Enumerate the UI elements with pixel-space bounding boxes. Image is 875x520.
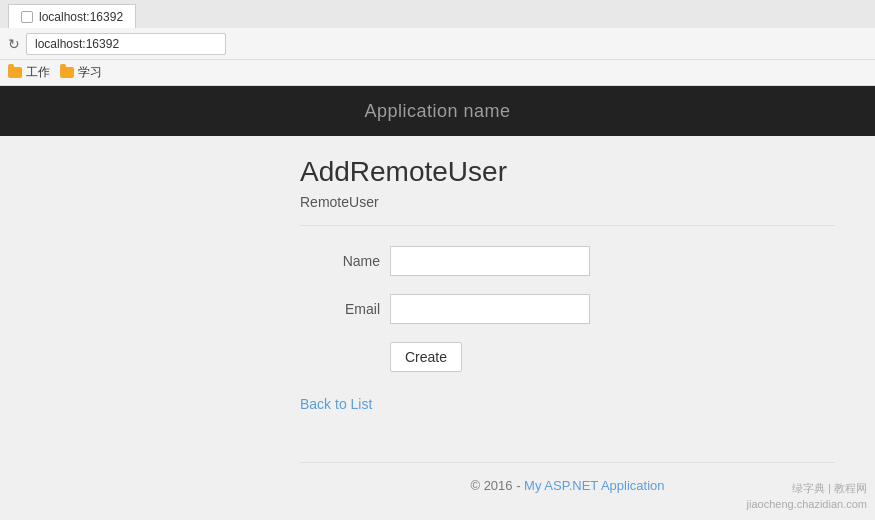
email-form-group: Email <box>300 294 835 324</box>
email-input[interactable] <box>390 294 590 324</box>
tab-title: localhost:16392 <box>39 10 123 24</box>
app-title: Application name <box>364 101 510 122</box>
folder-icon <box>8 67 22 78</box>
bookmarks-bar: 工作 学习 <box>0 60 875 86</box>
page-heading: AddRemoteUser <box>300 156 835 188</box>
name-form-group: Name <box>300 246 835 276</box>
watermark-line2: jiaocheng.chazidian.com <box>747 497 867 512</box>
back-to-list-link[interactable]: Back to List <box>300 396 372 412</box>
watermark: 绿字典 | 教程网 jiaocheng.chazidian.com <box>747 481 867 512</box>
app-navbar: Application name <box>0 86 875 136</box>
footer-copyright: © 2016 - <box>470 478 524 493</box>
submit-row: Create <box>390 342 835 372</box>
email-label: Email <box>300 301 380 317</box>
bookmark-study[interactable]: 学习 <box>60 64 102 81</box>
address-input[interactable] <box>26 33 226 55</box>
folder-icon-2 <box>60 67 74 78</box>
back-link-container: Back to List <box>300 392 835 412</box>
browser-tab[interactable]: localhost:16392 <box>8 4 136 28</box>
browser-window: localhost:16392 ↻ 工作 学习 Application name… <box>0 0 875 520</box>
main-content: AddRemoteUser RemoteUser Name Email Crea… <box>0 136 875 520</box>
create-button[interactable]: Create <box>390 342 462 372</box>
bookmark-study-label: 学习 <box>78 64 102 81</box>
footer-link[interactable]: My ASP.NET Application <box>524 478 664 493</box>
bookmark-work[interactable]: 工作 <box>8 64 50 81</box>
watermark-line1: 绿字典 | 教程网 <box>747 481 867 496</box>
address-bar: ↻ <box>0 28 875 60</box>
tab-bar: localhost:16392 <box>0 0 875 28</box>
name-label: Name <box>300 253 380 269</box>
refresh-icon[interactable]: ↻ <box>8 36 20 52</box>
name-input[interactable] <box>390 246 590 276</box>
bookmark-work-label: 工作 <box>26 64 50 81</box>
add-remote-user-form: Name Email Create Back to List <box>300 246 835 412</box>
tab-favicon <box>21 11 33 23</box>
page-subtitle: RemoteUser <box>300 194 835 226</box>
